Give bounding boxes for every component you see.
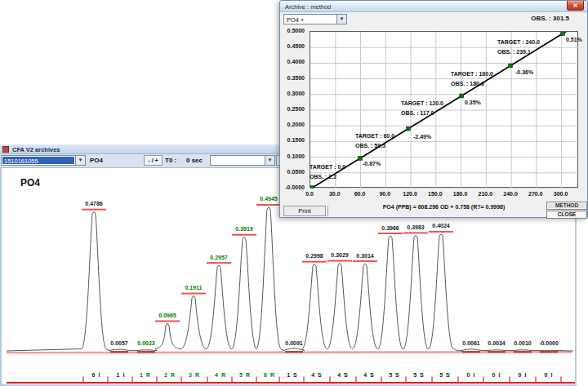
- x-axis-tick-label: 210.0: [479, 191, 493, 197]
- aux-select[interactable]: ▼: [210, 155, 275, 166]
- lane-label: 2 R: [164, 372, 176, 378]
- lane-label: 1 R: [140, 372, 151, 378]
- cal-point-error-pct: 0.51%: [566, 37, 582, 42]
- peak-value-label: 0.0061: [462, 340, 479, 346]
- run-select[interactable]: 1510161055 ▼: [1, 155, 86, 166]
- peak-value-label: 0.4945: [260, 196, 277, 202]
- cal-point-annotation: TARGET : 120.0OBS. : 117.0: [401, 99, 443, 118]
- peak-value-label: 0.0023: [137, 340, 154, 346]
- cal-point-annotation: TARGET : 60.0OBS. : 59.5: [355, 131, 394, 151]
- cal-point-annotation: TARGET : 0.0OBS. : 2.2: [310, 162, 345, 182]
- calibration-point: [310, 186, 314, 189]
- lane-label: 5 S: [389, 372, 400, 378]
- y-axis-tick-label: 0.1000: [272, 153, 305, 159]
- peak-value-label: -0.0000: [539, 340, 559, 346]
- x-axis-tick-label: 120.0: [403, 191, 417, 197]
- peak-value-label: 0.2957: [210, 255, 227, 260]
- cfa-window-title: CFA V2 archives: [12, 146, 60, 153]
- calibration-channel-select[interactable]: PO4 + ▼: [283, 14, 347, 24]
- x-axis-tick-label: 90.0: [379, 191, 390, 197]
- statusbar-divider: [327, 206, 328, 216]
- lane-label: 0 I: [519, 372, 528, 378]
- calibration-point: [407, 126, 411, 131]
- x-axis-tick-label: 0.0: [305, 191, 314, 197]
- archive-window-title: Archive : method: [285, 3, 331, 11]
- peak-value-label: 0.0965: [158, 313, 176, 318]
- app-icon: [2, 146, 9, 153]
- lane-label: 3 R: [189, 372, 200, 378]
- peak-value-label: 0.3029: [331, 252, 348, 258]
- peak-value-label: 0.4024: [432, 223, 449, 228]
- x-axis-tick-label: 60.0: [354, 191, 366, 197]
- print-button[interactable]: Print: [283, 206, 326, 216]
- y-axis-tick-label: 0.3500: [272, 75, 305, 81]
- y-axis-tick-label: -0.0000: [272, 184, 305, 190]
- calibration-point: [509, 64, 513, 68]
- peak-value-label: 0.0091: [285, 340, 302, 346]
- x-axis-tick-label: 180.0: [453, 191, 468, 197]
- y-axis-tick-label: 0.0500: [272, 169, 305, 175]
- lane-label: 0 I: [492, 372, 501, 378]
- lane-label: 0 I: [545, 372, 554, 378]
- peak-value-label: 0.3919: [235, 226, 252, 232]
- aux-select-value: [212, 157, 264, 164]
- lane-label: 6 I: [92, 372, 101, 378]
- close-icon[interactable]: ✕: [567, 1, 584, 11]
- x-axis-tick-label: 270.0: [528, 191, 543, 197]
- calibration-point: [460, 94, 464, 98]
- peak-value-label: 0.0057: [110, 340, 127, 346]
- lane-label: 1 I: [117, 372, 126, 378]
- run-select-value: 1510161055: [2, 157, 74, 164]
- close-button[interactable]: CLOSE: [546, 211, 587, 219]
- archive-method-window: Archive : method ✕ PO4 + ▼ OBS. : 301.5 …: [279, 0, 588, 218]
- cal-point-error-pct: -0.36%: [515, 69, 533, 75]
- calibration-channel-value: PO4 +: [285, 16, 336, 23]
- cal-point-error-pct: 0.35%: [465, 100, 481, 105]
- t0-value: 0 sec: [186, 157, 203, 164]
- y-axis-tick-label: 0.2500: [272, 106, 305, 112]
- lane-label: 1 S: [287, 372, 298, 378]
- t0-label: T0 :: [165, 157, 176, 164]
- x-axis-tick-label: 300.0: [554, 191, 568, 197]
- peak-value-label: 0.0034: [488, 340, 505, 346]
- zoom-toggle-button[interactable]: - / +: [144, 155, 163, 166]
- channel-label: PO4: [90, 157, 103, 164]
- fit-equation: PO4 (PPB) = 608.296 OD + 0.758 (R?= 0.99…: [310, 204, 578, 210]
- cal-point-annotation: TARGET : 240.0OBS. : 239.1: [497, 38, 540, 57]
- peak-value-label: 0.2998: [305, 253, 323, 259]
- calibration-point: [561, 32, 565, 36]
- peak-value-label: 0.4786: [85, 201, 102, 206]
- y-axis-tick-label: 0.2000: [272, 122, 305, 127]
- lane-label: 4 S: [311, 372, 323, 378]
- peak-value-label: 0.1911: [185, 285, 202, 291]
- y-axis-tick-label: 0.3000: [272, 91, 305, 96]
- obs-readout: OBS. : 301.5: [531, 15, 569, 22]
- cal-point-annotation: TARGET : 180.0OBS. : 180.6: [451, 69, 493, 89]
- chevron-down-icon[interactable]: ▼: [75, 156, 85, 165]
- lane-label: 4 R: [215, 372, 226, 378]
- y-axis-tick-label: 0.4500: [272, 43, 305, 49]
- calibration-point: [359, 157, 363, 161]
- archive-titlebar[interactable]: Archive : method ✕: [280, 1, 587, 12]
- peak-value-label: 0.3014: [356, 253, 373, 259]
- lane-label: 4 S: [363, 372, 375, 378]
- peak-value-label: 0.3966: [381, 225, 399, 231]
- peak-value-label: 0.3983: [407, 224, 424, 230]
- peak-value-label: 0.0010: [514, 340, 531, 346]
- cal-point-error-pct: -2.49%: [413, 134, 431, 140]
- y-axis-tick-label: 0.5000: [272, 28, 305, 33]
- chevron-down-icon[interactable]: ▼: [336, 15, 346, 24]
- x-axis-tick-label: 240.0: [503, 191, 518, 197]
- lane-label: 6 R: [264, 372, 275, 378]
- lane-label: 4 S: [337, 372, 349, 378]
- y-axis-tick-label: 0.1500: [272, 137, 305, 143]
- lane-label: 5 R: [239, 372, 251, 378]
- y-axis-tick-label: 0.4000: [272, 59, 305, 64]
- lane-label: 5 S: [413, 372, 425, 378]
- method-button[interactable]: METHOD: [546, 202, 587, 210]
- desktop: CFA V2 archives 1510161055 ▼ PO4 - / + T…: [0, 0, 588, 386]
- lane-label: 5 S: [439, 372, 451, 378]
- x-axis-tick-label: 30.0: [329, 191, 341, 197]
- x-axis-tick-label: 150.0: [428, 191, 443, 197]
- lane-label: 0 I: [467, 372, 476, 378]
